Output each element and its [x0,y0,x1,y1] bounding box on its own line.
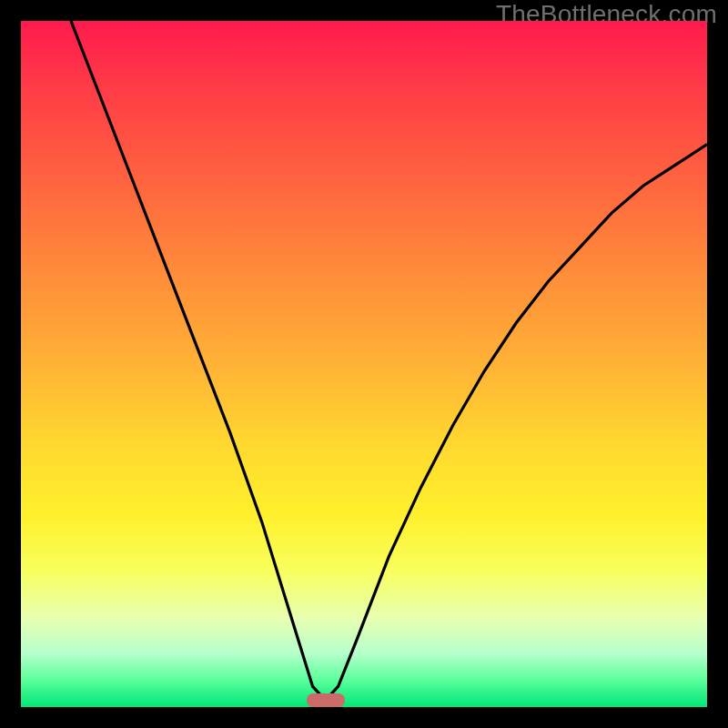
bottleneck-curve [21,21,707,707]
plot-area [21,21,707,707]
chart-frame: TheBottleneck.com [0,0,728,728]
optimum-marker [307,693,345,707]
curve-path [71,21,707,701]
